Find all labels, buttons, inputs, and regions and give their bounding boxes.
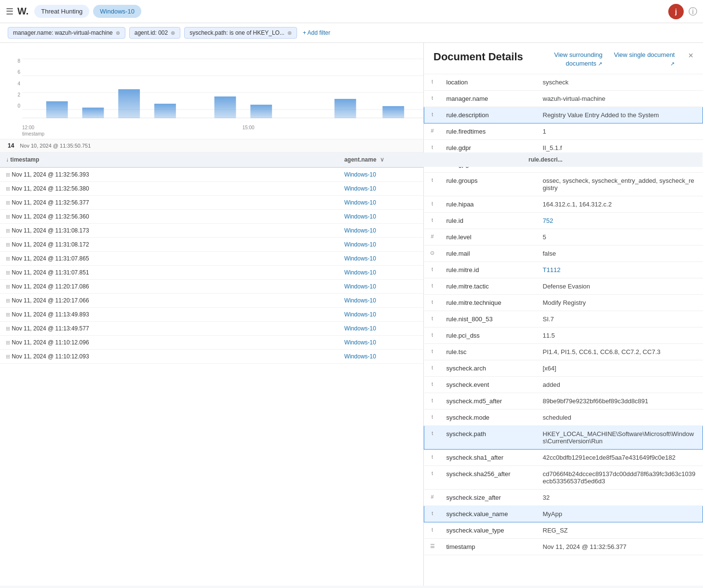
detail-row: t syscheck.mode scheduled bbox=[424, 410, 703, 426]
detail-type-icon: t bbox=[424, 196, 441, 213]
detail-value-link[interactable]: T1112 bbox=[543, 266, 561, 273]
detail-field-name: rule.pci_dss bbox=[441, 328, 537, 344]
detail-field-value: 752 bbox=[537, 213, 703, 229]
agent-link[interactable]: Windows-10 bbox=[344, 339, 376, 346]
detail-value-link[interactable]: 752 bbox=[543, 217, 554, 224]
view-surrounding-link[interactable]: View surrounding documents ↗ bbox=[540, 51, 602, 68]
tab-windows-10[interactable]: Windows-10 bbox=[93, 5, 141, 18]
detail-type-icon: t bbox=[424, 506, 441, 522]
cell-timestamp: ⊞ Nov 11, 2024 @ 11:13:49.893 bbox=[0, 308, 338, 322]
agent-link[interactable]: Windows-10 bbox=[344, 255, 376, 262]
detail-row: t rule.nist_800_53 SI.7 bbox=[424, 311, 703, 328]
detail-field-name: syscheck.size_after bbox=[441, 490, 537, 506]
detail-type-icon: t bbox=[424, 344, 441, 360]
cell-timestamp: ⊞ Nov 11, 2024 @ 11:31:08.172 bbox=[0, 238, 338, 252]
detail-type-icon: t bbox=[424, 410, 441, 426]
detail-type-icon: t bbox=[424, 360, 441, 377]
detail-field-value: SI.7 bbox=[537, 311, 703, 328]
filter-remove-icon[interactable]: ⊗ bbox=[116, 30, 120, 36]
agent-link[interactable]: Windows-10 bbox=[344, 311, 376, 318]
col-header-agent[interactable]: agent.name ∨ bbox=[338, 152, 523, 167]
detail-row: ⊙ rule.mail false bbox=[424, 246, 703, 262]
detail-field-value: 42cc0bdfb1291ece1de8f5aa7e431649f9c0e182 bbox=[537, 450, 703, 466]
filter-chip-manager: manager.name: wazuh-virtual-machine ⊗ bbox=[8, 27, 125, 39]
detail-field-name: rule.tsc bbox=[441, 344, 537, 360]
svg-rect-7 bbox=[118, 89, 140, 118]
detail-row: t location syscheck bbox=[424, 74, 703, 91]
filter-chip-label: syscheck.path: is one of HKEY_LO... bbox=[189, 29, 284, 36]
detail-field-name: syscheck.md5_after bbox=[441, 393, 537, 410]
right-panel: Document Details View surrounding docume… bbox=[423, 43, 703, 586]
agent-link[interactable]: Windows-10 bbox=[344, 227, 376, 234]
filter-remove-icon[interactable]: ⊗ bbox=[287, 30, 292, 36]
row-icon: ⊞ bbox=[6, 200, 10, 205]
agent-link[interactable]: Windows-10 bbox=[344, 283, 376, 290]
detail-field-value: 11.5 bbox=[537, 328, 703, 344]
detail-row: t syscheck.value_type REG_SZ bbox=[424, 522, 703, 539]
view-single-link[interactable]: View single document ↗ bbox=[612, 51, 675, 68]
detail-row: ☰ timestamp Nov 11, 2024 @ 11:32:56.377 bbox=[424, 539, 703, 555]
row-icon: ⊞ bbox=[6, 354, 10, 359]
agent-link[interactable]: Windows-10 bbox=[344, 241, 376, 248]
agent-link[interactable]: Windows-10 bbox=[344, 213, 376, 220]
detail-field-name: syscheck.arch bbox=[441, 360, 537, 377]
agent-link[interactable]: Windows-10 bbox=[344, 269, 376, 276]
detail-field-value: 5 bbox=[537, 229, 703, 246]
detail-row: t rule.mitre.technique Modify Registry bbox=[424, 295, 703, 311]
agent-link[interactable]: Windows-10 bbox=[344, 353, 376, 360]
detail-scroll[interactable]: t location syscheck t manager.name wazuh… bbox=[424, 74, 703, 586]
agent-link[interactable]: Windows-10 bbox=[344, 325, 376, 332]
detail-field-value: added bbox=[537, 377, 703, 393]
avatar[interactable]: j bbox=[668, 4, 684, 19]
detail-field-value: cd7066f4b24dccec89137dc00ddd78f6a39fc3d6… bbox=[537, 466, 703, 490]
detail-field-name: rule.nist_800_53 bbox=[441, 311, 537, 328]
detail-field-value: 89be9bf79e9232bf66bef89c3dd8c891 bbox=[537, 393, 703, 410]
detail-row: # rule.level 5 bbox=[424, 229, 703, 246]
agent-link[interactable]: Windows-10 bbox=[344, 199, 376, 206]
detail-field-value: syscheck bbox=[537, 74, 703, 91]
detail-type-icon: t bbox=[424, 328, 441, 344]
add-filter-button[interactable]: + Add filter bbox=[303, 29, 330, 36]
external-link-icon: ↗ bbox=[670, 61, 675, 67]
detail-field-value: Nov 11, 2024 @ 11:32:56.377 bbox=[537, 539, 703, 555]
info-icon[interactable]: ⓘ bbox=[689, 6, 697, 17]
detail-field-name: syscheck.mode bbox=[441, 410, 537, 426]
filter-remove-icon[interactable]: ⊗ bbox=[171, 30, 175, 36]
col-header-timestamp[interactable]: ↓ timestamp bbox=[0, 152, 338, 167]
close-button[interactable]: × bbox=[688, 51, 693, 61]
detail-row: t rule.pci_dss 11.5 bbox=[424, 328, 703, 344]
cell-timestamp: ⊞ Nov 11, 2024 @ 11:10:12.096 bbox=[0, 336, 338, 350]
detail-row: t syscheck.path HKEY_LOCAL_MACHINE\Softw… bbox=[424, 426, 703, 450]
agent-link[interactable]: Windows-10 bbox=[344, 297, 376, 304]
row-icon: ⊞ bbox=[6, 284, 10, 289]
detail-type-icon: ☰ bbox=[424, 539, 441, 555]
row-icon: ⊞ bbox=[6, 312, 10, 317]
svg-rect-6 bbox=[82, 108, 104, 118]
col-header-rule[interactable]: rule.descri... bbox=[523, 152, 703, 167]
filter-chip-label: agent.id: 002 bbox=[135, 29, 168, 36]
detail-type-icon: t bbox=[424, 377, 441, 393]
detail-row: t rule.mitre.id T1112 bbox=[424, 262, 703, 278]
detail-field-name: manager.name bbox=[441, 91, 537, 107]
detail-field-value: HKEY_LOCAL_MACHINE\Software\Microsoft\Wi… bbox=[537, 426, 703, 450]
detail-field-value: false bbox=[537, 246, 703, 262]
app-logo: W. bbox=[17, 6, 28, 17]
topbar: ☰ W. Threat Hunting Windows-10 j ⓘ bbox=[0, 0, 703, 23]
detail-row: t syscheck.md5_after 89be9bf79e9232bf66b… bbox=[424, 393, 703, 410]
detail-row: t manager.name wazuh-virtual-machine bbox=[424, 91, 703, 107]
detail-type-icon: t bbox=[424, 426, 441, 450]
cell-timestamp: ⊞ Nov 11, 2024 @ 11:31:07.851 bbox=[0, 266, 338, 280]
detail-row: t rule.mitre.tactic Defense Evasion bbox=[424, 278, 703, 295]
detail-type-icon: # bbox=[424, 490, 441, 506]
tab-threat-hunting[interactable]: Threat Hunting bbox=[34, 5, 89, 18]
agent-link[interactable]: Windows-10 bbox=[344, 171, 376, 178]
row-icon: ⊞ bbox=[6, 340, 10, 345]
detail-field-name: rule.groups bbox=[441, 173, 537, 196]
detail-type-icon: t bbox=[424, 74, 441, 91]
detail-field-value: PI1.4, PI1.5, CC6.1, CC6.8, CC7.2, CC7.3 bbox=[537, 344, 703, 360]
row-icon: ⊞ bbox=[6, 326, 10, 331]
detail-type-icon: t bbox=[424, 295, 441, 311]
agent-link[interactable]: Windows-10 bbox=[344, 185, 376, 192]
detail-field-name: rule.firedtimes bbox=[441, 123, 537, 140]
menu-icon[interactable]: ☰ bbox=[6, 6, 14, 17]
